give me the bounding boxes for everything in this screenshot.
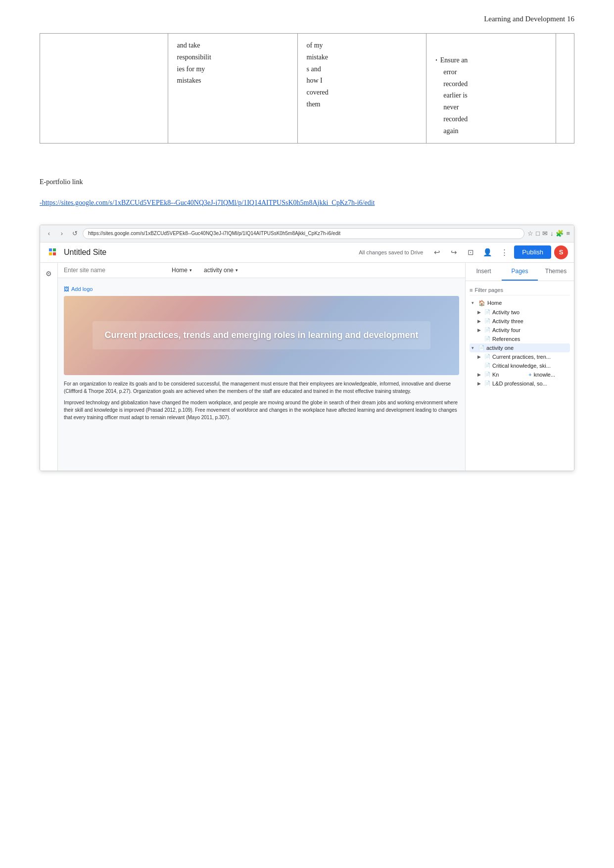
activity-one-icon: 📄 [478, 345, 484, 350]
sites-body-text-1: For an organization to realize its goals… [64, 380, 459, 395]
references-label: References [492, 336, 568, 342]
bullet-text: Ensure an [440, 54, 468, 66]
redo-icon: ↪ [451, 248, 457, 257]
preview-button[interactable]: ⊡ [464, 245, 477, 259]
browser-chrome: ‹ › ↺ https://sites.google.com/s/1xBZCUd… [40, 225, 574, 242]
page-tree-activity-two[interactable]: ▶ 📄 Activity two [470, 308, 570, 317]
page-tree-ld-professional[interactable]: ▶ 📄 L&D professional, so... [470, 379, 570, 388]
sites-toolbar: Untitled Site All changes saved to Drive… [40, 242, 574, 263]
current-practices-label: Current practices, tren... [492, 354, 568, 360]
mail-icon[interactable]: ✉ [542, 230, 548, 237]
tab-themes[interactable]: Themes [538, 263, 574, 281]
sidebar-settings-button[interactable]: ⚙ [42, 267, 56, 281]
browser-forward-button[interactable]: › [57, 229, 67, 239]
sites-body-text-2: Improved technology and globalization ha… [64, 399, 459, 421]
undo-icon: ↩ [434, 248, 440, 257]
svg-rect-3 [53, 252, 56, 255]
page-tree-activity-four[interactable]: ▶ 📄 Activity four [470, 326, 570, 335]
page-title: Learning and Development 16 [484, 15, 574, 23]
nav-activity-one-label: activity one [204, 267, 234, 274]
share-button[interactable]: 👤 [480, 245, 494, 259]
activity-three-icon: 📄 [484, 318, 490, 324]
undo-button[interactable]: ↩ [430, 245, 444, 259]
home-icon: 🏠 [478, 300, 485, 306]
site-name-input[interactable] [64, 267, 163, 274]
star-icon[interactable]: ☆ [527, 230, 533, 237]
filter-icon: ≡ [470, 287, 472, 293]
sites-grid-icon[interactable] [46, 245, 60, 259]
browser-back-button[interactable]: ‹ [44, 229, 54, 239]
bullet-item: • Ensure an [435, 54, 547, 66]
right-panel-tabs: Insert Pages Themes [466, 263, 574, 281]
add-logo-button[interactable]: 🖼 Add logo [64, 286, 93, 292]
bookmark-icon[interactable]: □ [536, 230, 540, 237]
page-tree: ▾ 🏠 Home ▶ 📄 Activity two ▶ [470, 298, 570, 388]
page-tree-references[interactable]: ▶ 📄 References [470, 335, 570, 343]
svg-rect-2 [49, 252, 52, 255]
browser-url-text: https://sites.google.com/s/1xBZCUd5VEPEk… [88, 231, 340, 236]
current-practices-icon: 📄 [484, 354, 490, 359]
page-tree-home[interactable]: ▾ 🏠 Home [470, 298, 570, 308]
nav-activity-one[interactable]: activity one ▾ [199, 265, 243, 276]
browser-url-bar[interactable]: https://sites.google.com/s/1xBZCUd5VEPEk… [83, 228, 524, 239]
eportfolio-link[interactable]: -https://sites.google.com/s/1xBZCUd5VEPE… [40, 199, 574, 207]
page-tree-current-practices[interactable]: ▶ 📄 Current practices, tren... [470, 352, 570, 361]
sites-hero[interactable]: Current practices, trends and emerging r… [64, 296, 459, 375]
menu-icon[interactable]: ≡ [566, 230, 570, 237]
publish-button[interactable]: Publish [514, 245, 551, 259]
content-table: and take responsibilit ies for my mistak… [40, 33, 574, 144]
activity-three-arrow: ▶ [477, 319, 482, 324]
cell3-text: mistake [307, 51, 418, 63]
nav-activity-one-arrow: ▾ [236, 268, 238, 273]
reload-icon: ↺ [72, 230, 78, 237]
activity-two-label: Activity two [492, 309, 568, 315]
svg-rect-0 [49, 248, 52, 251]
cell4-text: earlier is [443, 90, 547, 101]
table-row: and take responsibilit ies for my mistak… [40, 34, 574, 144]
cell4-text: again [443, 125, 547, 137]
sites-saved-text: All changes saved to Drive [359, 249, 423, 255]
kn-icon: 📄 [484, 372, 490, 377]
tab-insert[interactable]: Insert [466, 263, 502, 281]
critical-knowledge-icon: 📄 [484, 363, 490, 368]
sites-page-nav: Home ▾ activity one ▾ [167, 265, 243, 276]
sites-right-panel: Insert Pages Themes ≡ Filter pages ▾ [465, 263, 574, 471]
kn-arrow: ▶ [477, 372, 482, 377]
add-logo-label: Add logo [71, 286, 93, 292]
page-tree-activity-one[interactable]: ▾ 📄 activity one [470, 343, 570, 352]
cell3-text: covered [307, 87, 418, 98]
filter-pages-row[interactable]: ≡ Filter pages [470, 285, 570, 295]
redo-button[interactable]: ↪ [447, 245, 461, 259]
right-panel-content: ≡ Filter pages ▾ 🏠 Home ▶ [466, 281, 574, 471]
page-tree-activity-three[interactable]: ▶ 📄 Activity three [470, 317, 570, 326]
settings-icon: ⚙ [46, 270, 52, 278]
page-tree-kn-knowle[interactable]: ▶ 📄 Kn + knowle... [470, 370, 570, 379]
more-button[interactable]: ⋮ [497, 245, 511, 259]
sites-title: Untitled Site [64, 248, 355, 257]
nav-home-arrow: ▾ [189, 268, 192, 273]
cell4-text: recorded [443, 113, 547, 125]
tab-pages[interactable]: Pages [502, 263, 538, 281]
cell3-text: of my [307, 40, 418, 51]
eportfolio-label: E-portfolio link [40, 178, 574, 186]
activity-four-label: Activity four [492, 327, 568, 333]
ld-arrow: ▶ [477, 381, 482, 386]
nav-home[interactable]: Home ▾ [167, 265, 197, 276]
extensions-icon[interactable]: 🧩 [556, 230, 564, 237]
image-icon: 🖼 [64, 286, 69, 292]
browser-actions: ☆ □ ✉ ↓ 🧩 ≡ [527, 230, 570, 237]
cell4-text: never [443, 101, 547, 113]
current-practices-arrow: ▶ [477, 354, 482, 359]
page-tree-critical-knowledge[interactable]: ▶ 📄 Critical knowledge, ski... [470, 361, 570, 370]
page-header: Learning and Development 16 [0, 0, 614, 28]
home-label: Home [487, 300, 568, 306]
browser-reload-button[interactable]: ↺ [70, 229, 80, 239]
user-avatar[interactable]: S [554, 245, 568, 259]
sites-toolbar-icons: ↩ ↪ ⊡ 👤 ⋮ Publish S [430, 245, 568, 259]
cell4-text: error [443, 66, 547, 78]
kn-label: Kn [492, 372, 526, 378]
download-icon[interactable]: ↓ [550, 230, 554, 237]
eportfolio-section: E-portfolio link -https://sites.google.c… [0, 158, 614, 220]
kn-add-button[interactable]: + [528, 372, 531, 378]
cell2-text: responsibilit [177, 51, 288, 63]
